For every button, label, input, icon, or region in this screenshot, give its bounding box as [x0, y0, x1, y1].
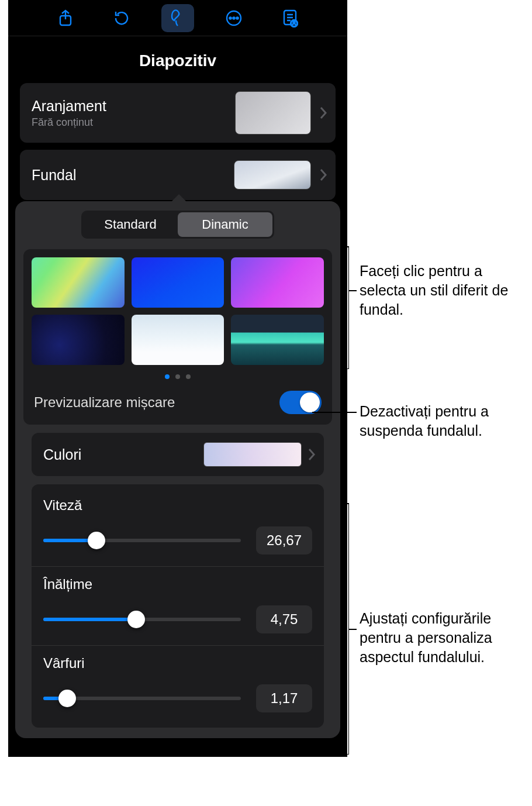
arrangement-label: Aranjament: [32, 98, 235, 115]
callout-styles: Faceți clic pentru a selecta un stil dif…: [360, 261, 517, 319]
background-thumbnail: [234, 160, 311, 190]
chevron-right-icon: [319, 106, 327, 119]
height-value[interactable]: 4,75: [256, 605, 312, 633]
background-row[interactable]: Fundal: [20, 150, 336, 200]
peaks-value[interactable]: 1,17: [256, 684, 312, 712]
speed-slider[interactable]: [43, 539, 241, 542]
callout-bracket: [348, 246, 349, 369]
page-dot[interactable]: [186, 374, 191, 379]
colors-thumbnail: [203, 442, 302, 467]
more-button[interactable]: [217, 4, 250, 32]
callout-toggle: Dezactivați pentru a suspenda fundalul.: [360, 402, 529, 440]
colors-row[interactable]: Culori: [32, 433, 324, 476]
callout-lead: [348, 290, 357, 291]
segment-standard[interactable]: Standard: [83, 212, 178, 237]
speed-row: Viteză 26,67: [32, 488, 324, 567]
chevron-right-icon: [319, 168, 327, 181]
sliders-card: Viteză 26,67 Înălțime 4,75: [32, 484, 324, 728]
background-popup: Standard Dinamic Previzualizare mișcare: [15, 201, 340, 738]
speed-value[interactable]: 26,67: [256, 526, 312, 554]
bg-style-swatch[interactable]: [32, 315, 125, 365]
preview-motion-toggle[interactable]: [279, 391, 322, 414]
callout-lead: [348, 629, 357, 630]
arrangement-thumbnail: [235, 91, 311, 135]
svg-point-2: [229, 17, 231, 19]
background-label: Fundal: [32, 167, 234, 184]
svg-point-4: [236, 17, 238, 19]
background-styles-card: Previzualizare mișcare: [23, 249, 332, 425]
bg-style-swatch[interactable]: [132, 315, 224, 365]
inspector-panel: Diapozitiv Aranjament Fără conținut Fund…: [8, 0, 347, 757]
bg-style-swatch[interactable]: [231, 315, 324, 365]
speed-label: Viteză: [43, 497, 312, 514]
style-segmented-control[interactable]: Standard Dinamic: [81, 211, 274, 239]
page-dot[interactable]: [165, 374, 170, 379]
page-dots[interactable]: [32, 374, 324, 379]
arrangement-row[interactable]: Aranjament Fără conținut: [20, 83, 336, 143]
format-brush-button[interactable]: [161, 4, 194, 32]
colors-label: Culori: [43, 446, 203, 463]
bg-style-swatch[interactable]: [231, 257, 324, 308]
page-dot[interactable]: [175, 374, 180, 379]
background-styles-grid: [32, 257, 324, 365]
arrangement-sublabel: Fără conținut: [32, 116, 235, 129]
height-slider[interactable]: [43, 618, 241, 621]
callout-lead: [312, 412, 357, 413]
height-label: Înălțime: [43, 576, 312, 593]
peaks-row: Vârfuri 1,17: [32, 646, 324, 724]
chevron-right-icon: [308, 448, 316, 461]
bg-style-swatch[interactable]: [132, 257, 224, 308]
presenter-notes-button[interactable]: [274, 4, 306, 32]
segment-dynamic[interactable]: Dinamic: [178, 212, 272, 237]
undo-button[interactable]: [105, 4, 138, 32]
peaks-slider[interactable]: [43, 697, 241, 700]
toolbar: [8, 0, 347, 36]
callout-sliders: Ajustați configurările pentru a personal…: [360, 609, 529, 667]
svg-point-3: [233, 17, 234, 19]
height-row: Înălțime 4,75: [32, 567, 324, 646]
peaks-label: Vârfuri: [43, 655, 312, 671]
share-button[interactable]: [49, 4, 82, 32]
page-title: Diapozitiv: [8, 36, 347, 83]
bg-style-swatch[interactable]: [32, 257, 125, 308]
preview-motion-label: Previzualizare mișcare: [34, 394, 175, 411]
